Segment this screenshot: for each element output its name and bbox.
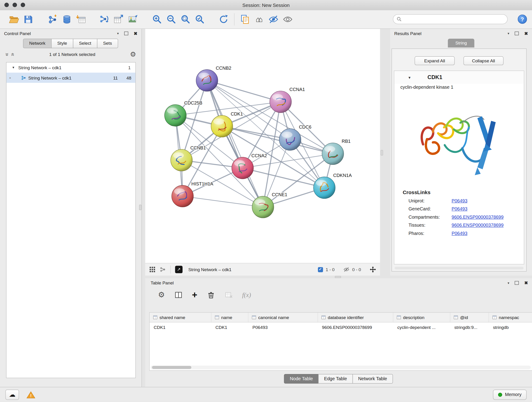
show-graphics-button[interactable] xyxy=(281,12,295,26)
warning-icon[interactable]: ! xyxy=(27,391,36,398)
table-cell[interactable]: stringdb xyxy=(489,325,532,330)
window-zoom-button[interactable] xyxy=(21,3,25,7)
network-edge-CCNB2-CCNE1[interactable] xyxy=(207,80,263,207)
network-node-CDK1[interactable] xyxy=(211,115,233,137)
collapse-all-icon[interactable]: » xyxy=(4,53,10,56)
column-header-shared-name[interactable]: shared name xyxy=(150,313,211,322)
table-cell[interactable]: CDK1 xyxy=(211,325,248,330)
network-node-HIST1H1A[interactable] xyxy=(172,185,193,207)
refresh-view-button[interactable] xyxy=(216,12,231,26)
copy-snapshot-button[interactable] xyxy=(238,12,252,26)
network-row[interactable]: ● String Network – cdk1 11 48 xyxy=(6,73,135,83)
collapse-all-button[interactable]: Collapse All xyxy=(463,56,504,65)
gear-icon[interactable]: ⚙ xyxy=(130,51,136,58)
table-cell[interactable]: 9606.ENSP00000378699 xyxy=(318,325,393,330)
network-node-CCNB2[interactable] xyxy=(196,70,218,91)
column-header--id[interactable]: @id xyxy=(450,313,489,322)
results-close-icon[interactable]: ✖ xyxy=(524,31,528,36)
network-node-CCNA1[interactable] xyxy=(270,91,291,113)
save-session-button[interactable] xyxy=(21,12,35,26)
panel-close-icon[interactable]: ✖ xyxy=(134,31,138,36)
search-input[interactable] xyxy=(404,16,504,22)
panel-float-icon[interactable] xyxy=(124,32,128,35)
function-builder-icon[interactable]: f(x) xyxy=(242,291,251,299)
network-tools-button[interactable] xyxy=(97,12,111,26)
disclosure-triangle-icon[interactable]: ▼ xyxy=(12,66,15,69)
help-button[interactable]: ? xyxy=(518,15,527,24)
tab-select[interactable]: Select xyxy=(73,39,97,48)
selected-checkbox-icon[interactable] xyxy=(318,267,323,272)
memory-button[interactable]: Memory xyxy=(493,389,526,400)
tab-network[interactable]: Network xyxy=(23,39,51,48)
window-close-button[interactable] xyxy=(4,3,9,7)
import-network-database-button[interactable] xyxy=(60,12,74,26)
zoom-in-button[interactable] xyxy=(150,12,164,26)
trash-icon[interactable] xyxy=(207,291,215,299)
network-edge-HIST1H1A-CCNE1[interactable] xyxy=(183,196,263,207)
column-header-description[interactable]: description xyxy=(393,313,450,322)
import-network-file-button[interactable] xyxy=(45,12,60,26)
network-node-CDC25B[interactable] xyxy=(165,104,186,126)
export-table-button[interactable] xyxy=(111,12,126,26)
table-cell[interactable]: cyclin-dependent ... xyxy=(393,325,450,330)
table-settings-gear-icon[interactable]: ⚙ xyxy=(158,291,165,299)
move-tool-icon[interactable] xyxy=(370,267,376,273)
zoom-selected-button[interactable] xyxy=(193,12,207,26)
network-node-CCNB1[interactable] xyxy=(171,149,192,171)
network-node-CCNA2[interactable] xyxy=(232,157,253,179)
tab-string[interactable]: String xyxy=(448,39,475,48)
crosslink-link[interactable]: 9606.ENSP00000378699 xyxy=(452,215,504,220)
crosslink-link[interactable]: 9606.ENSP00000378699 xyxy=(452,223,504,228)
hidden-eye-slash-icon[interactable] xyxy=(343,267,350,273)
hide-graphics-button[interactable] xyxy=(266,12,281,26)
network-collection-row[interactable]: ▼ String Network – cdk1 1 xyxy=(6,62,135,72)
tab-network-table[interactable]: Network Table xyxy=(352,374,393,383)
network-node-RB1[interactable] xyxy=(322,143,344,165)
open-session-button[interactable] xyxy=(7,12,21,26)
network-node-CCNE1[interactable] xyxy=(252,196,274,218)
tab-style[interactable]: Style xyxy=(51,39,73,48)
show-overview-button[interactable]: ⌂⌂ xyxy=(252,12,266,26)
export-image-button[interactable] xyxy=(126,12,140,26)
table-cell[interactable]: P06493 xyxy=(248,325,318,330)
protein-disclosure-icon[interactable]: ▼ xyxy=(408,76,411,79)
right-splitter-handle[interactable] xyxy=(381,150,383,156)
network-node-CDC6[interactable] xyxy=(279,128,301,150)
table-cell[interactable]: stringdb:9... xyxy=(450,325,489,330)
crosslink-link[interactable]: P06493 xyxy=(452,206,467,211)
results-float-icon[interactable] xyxy=(515,32,519,35)
column-header-canonical-name[interactable]: canonical name xyxy=(248,313,318,322)
share-network-icon[interactable] xyxy=(160,267,166,273)
expand-all-button[interactable]: Expand All xyxy=(415,56,455,65)
results-scrollbar[interactable] xyxy=(394,267,524,269)
table-hscrollbar[interactable] xyxy=(151,366,531,369)
left-splitter-handle[interactable] xyxy=(139,205,141,210)
expand-all-icon[interactable]: « xyxy=(10,53,16,56)
tab-node-table[interactable]: Node Table xyxy=(284,374,319,383)
network-view[interactable]: CCNB2CCNA1CDC25BCDK1CDC6RB1CCNB1CCNA2CDK… xyxy=(145,29,380,263)
column-header-database-identifier[interactable]: database identifier xyxy=(318,313,393,322)
table-hscroll-thumb[interactable] xyxy=(152,366,191,369)
zoom-out-button[interactable] xyxy=(164,12,178,26)
results-collapse-icon[interactable]: ▾ xyxy=(508,32,509,35)
protein-card-header[interactable]: ▼ CDK1 xyxy=(394,71,524,84)
add-column-icon[interactable]: + xyxy=(192,290,197,300)
column-header-namespac[interactable]: namespac xyxy=(489,313,532,322)
window-minimize-button[interactable] xyxy=(13,3,17,7)
tab-sets[interactable]: Sets xyxy=(97,39,118,48)
open-external-button[interactable]: ↗ xyxy=(175,266,183,274)
import-table-button[interactable] xyxy=(74,12,88,26)
table-float-icon[interactable] xyxy=(515,281,519,284)
cloud-button[interactable]: ☁ xyxy=(6,389,19,400)
table-row[interactable]: CDK1CDK1P064939606.ENSP00000378699cyclin… xyxy=(150,322,532,332)
columns-icon[interactable] xyxy=(174,291,183,299)
table-cell[interactable]: CDK1 xyxy=(150,325,211,330)
table-collapse-icon[interactable]: ▾ xyxy=(508,281,509,284)
horizontal-splitter-handle[interactable] xyxy=(335,276,341,278)
network-node-CDKN1A[interactable] xyxy=(313,177,335,199)
zoom-fit-button[interactable] xyxy=(178,12,193,26)
tab-edge-table[interactable]: Edge Table xyxy=(318,374,353,383)
crosslink-link[interactable]: P06493 xyxy=(452,231,467,236)
network-edge-CCNB2-CCNA1[interactable] xyxy=(207,80,280,102)
table-close-icon[interactable]: ✖ xyxy=(524,280,528,285)
